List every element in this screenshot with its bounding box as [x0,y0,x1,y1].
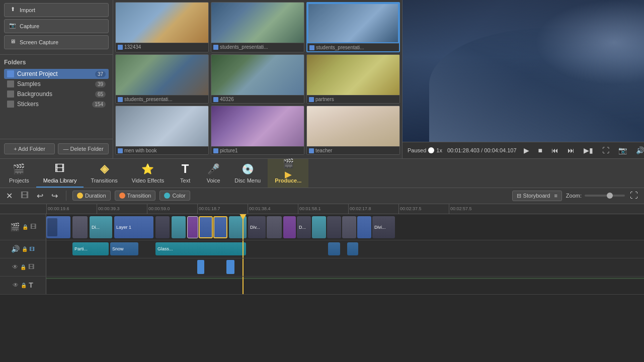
effect-clip[interactable] [347,242,358,255]
folder-stickers[interactable]: Stickers 154 [4,99,109,109]
prev-button[interactable]: ⏮ [549,145,560,155]
import-icon: ⬆ [9,6,17,14]
media-thumbnail [307,55,399,95]
duration-button[interactable]: Duration [72,191,111,201]
redo-button[interactable]: ↪ [49,190,60,202]
media-type-icon [118,45,123,50]
next-button[interactable]: ⏭ [566,145,577,155]
video-clip[interactable] [267,216,282,238]
frame-step-button[interactable]: ▶▮ [582,145,595,155]
media-label: students_presentati... [116,95,208,103]
media-item-picture1[interactable]: picture1 [211,106,304,155]
screen-capture-button[interactable]: 🖥 Screen Capture [4,35,109,49]
video-clip[interactable] [342,216,356,238]
media-type-icon [213,45,218,50]
playhead [243,277,244,294]
video-clip[interactable]: Layer 1 [114,216,153,238]
media-item-40326[interactable]: 40326 [211,54,304,104]
fullscreen-button[interactable]: ⛶ [600,145,611,155]
media-item-partners[interactable]: partners [306,54,400,104]
video-clip[interactable]: Di... [90,216,112,238]
undo-button[interactable]: ↩ [35,190,45,202]
media-item-students2[interactable]: students_presentati... [306,2,400,52]
zoom-label: Zoom: [566,193,582,199]
video-clip[interactable]: Div... [248,216,266,238]
effects-track-content[interactable]: Parti... Snow Glass... [46,240,644,258]
zoom-fit-button[interactable]: ⛶ [628,190,640,201]
transitions-tool-button[interactable]: ◈ Transitions [84,159,124,188]
media-library-tool-label: Media Library [43,177,77,184]
color-label: Color [172,193,185,199]
import-button[interactable]: ⬆ Import [4,3,109,17]
text-tool-button[interactable]: T Text [171,159,199,188]
effect-clip[interactable] [328,242,340,255]
stop-button[interactable]: ■ [536,145,544,155]
video-clip[interactable] [283,216,296,238]
video-effects-tool-button[interactable]: ⭐ Video Effects [125,159,171,188]
video-clip[interactable] [172,216,186,238]
ruler-tick: 00:02:37.5 [398,204,422,214]
video-clip[interactable] [72,216,88,238]
effect-clip[interactable]: Parti... [72,242,109,255]
ruler-tick: 00:01:58.1 [298,204,321,214]
color-button[interactable]: Color [159,191,190,201]
video-clip[interactable] [327,216,341,238]
folder-samples[interactable]: Samples 39 [4,79,109,89]
voice-icon: 🎤 [206,162,220,176]
video-clip[interactable] [187,216,198,238]
color-dot [164,193,170,199]
delete-folder-button[interactable]: — Delete Folder [58,143,109,154]
timeline-new-button[interactable]: ✕ [4,190,15,202]
text-track-content[interactable] [46,277,644,294]
projects-tool-button[interactable]: 🎬 Projects [2,159,36,188]
play-button[interactable]: ▶ [522,145,531,155]
folder-backgrounds[interactable]: Backgrounds 65 [4,89,109,99]
video-clip[interactable]: Divi... [372,216,395,238]
text-track-icon: T [29,281,33,289]
add-folder-button[interactable]: + Add Folder [4,143,55,154]
media-type-icon [213,97,218,102]
timeline-film-button[interactable]: 🎞 [19,190,31,201]
disc-menu-tool-button[interactable]: 💿 Disc Menu [227,159,268,188]
video-clip[interactable] [229,216,247,238]
capture-button[interactable]: 📷 Capture [4,19,109,33]
video-clip[interactable] [357,216,371,238]
storyboard-button[interactable]: ⊟ Storyboard ≡ [512,191,562,201]
media-item-132434[interactable]: 132434 [115,2,209,52]
projects-icon: 🎬 [12,162,26,176]
text-icon: T [178,162,192,176]
produce-tool-button[interactable]: 🎬▶ Produce... [268,159,308,188]
video-clip-selected[interactable] [213,216,227,238]
folder-current-project[interactable]: Current Project 37 [4,69,109,79]
media-grid-area: 132434 students_presentati... students_p… [113,0,403,158]
media-item-students1[interactable]: students_presentati... [211,2,304,52]
text-track-bar [46,278,644,279]
effect-clip[interactable]: Glass... [155,242,246,255]
video-clip[interactable] [312,216,326,238]
fx-icon: 🎞 [30,246,35,252]
audio-clip[interactable] [197,260,204,274]
folders-section: Folders Current Project 37 Samples 39 Ba… [0,55,113,113]
zoom-slider[interactable] [585,195,625,197]
media-library-tool-button[interactable]: 🎞 Media Library [36,159,84,188]
effect-clip[interactable]: Snow [110,242,138,255]
media-label: students_presentati... [307,43,399,51]
add-delete-buttons: + Add Folder — Delete Folder [0,139,113,158]
video-clip[interactable] [46,216,70,238]
folder-label: Samples [17,80,41,87]
voice-tool-button[interactable]: 🎤 Voice [199,159,227,188]
audio-clip[interactable] [226,260,234,274]
video-clip[interactable]: D... [297,216,311,238]
media-item-students3[interactable]: students_presentati... [115,54,209,104]
transition-button[interactable]: Transition [115,191,156,201]
media-item-menbook[interactable]: men with book [115,106,209,155]
media-label: men with book [116,146,208,154]
audio2-track-content[interactable] [46,258,644,276]
media-item-teacher[interactable]: teacher [306,106,400,155]
video-track-content[interactable]: Di... Layer 1 Div... [46,214,644,240]
video-clip-selected[interactable] [199,216,213,238]
snapshot-button[interactable]: 📷 [616,145,629,155]
media-type-icon [309,97,314,102]
volume-button[interactable]: 🔊 [634,145,644,155]
video-clip[interactable] [155,216,170,238]
